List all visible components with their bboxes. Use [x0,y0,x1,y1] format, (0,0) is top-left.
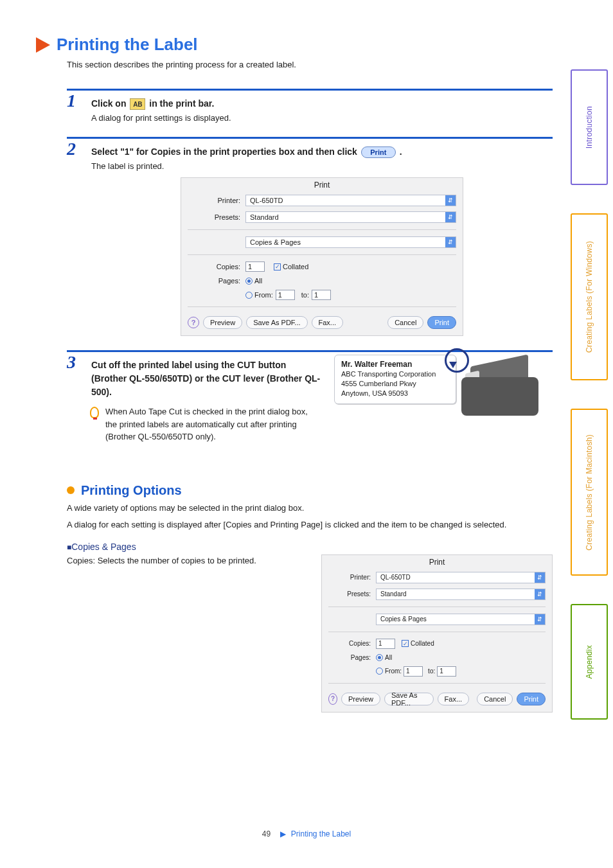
label-name: Mr. Walter Freeman [341,359,449,369]
help-button[interactable]: ? [188,317,199,328]
to-input[interactable]: 1 [437,666,456,677]
label-printer: Printer: [328,574,376,581]
step-title: Click on in the print bar. [91,97,553,111]
step-2: 2 Select "1" for Copies in the print pro… [67,137,553,350]
text: Select "1" for Copies in the print prope… [91,146,360,157]
label-copies: Copies: [188,263,245,270]
input-value: 1 [248,263,252,270]
pages-from-radio[interactable] [376,668,383,675]
print-dialog: Print Printer: QL-650TD ⇵ Presets: Stand… [181,177,463,336]
heading-triangle-icon [36,37,50,53]
print-button[interactable]: Print [517,693,546,705]
fax-button[interactable]: Fax... [438,693,470,705]
cancel-button[interactable]: Cancel [477,693,513,705]
input-value: 1 [278,291,282,299]
tab-appendix[interactable]: Appendix [571,604,608,720]
sample-output-illustration: Mr. Walter Freeman ABC Transporting Corp… [334,355,553,443]
printer-select[interactable]: QL-650TD ⇵ [376,572,546,583]
pages-all-radio[interactable] [245,278,253,285]
preview-button[interactable]: Preview [203,316,242,329]
text: Click on [91,98,129,109]
page-number: 49 [262,829,271,838]
copies-input[interactable]: 1 [245,261,265,272]
subsection-heading: ■Copies & Pages [67,542,553,552]
label-printer: Printer: [188,197,245,204]
print-bar-icon [130,98,145,110]
chevron-updown-icon: ⇵ [445,237,456,247]
label-presets: Presets: [188,213,245,221]
step-subtext: A dialog for print settings is displayed… [91,113,553,123]
subsection-text: Copies: Selects the number of copies to … [67,554,302,567]
input-value: 1 [378,640,382,647]
step-subtext: The label is printed. [91,161,553,171]
page-footer: 49 ▶ Printing the Label [0,829,613,838]
dialog-title: Print [322,555,552,569]
presets-select[interactable]: Standard ⇵ [376,589,546,600]
tab-label: Creating Labels (For Windows) [585,241,594,353]
triangle-icon: ▶ [280,829,286,838]
label-to: to: [428,668,435,675]
printer-icon [461,355,545,416]
tab-creating-labels-macintosh[interactable]: Creating Labels (For Macintosh) [571,409,608,576]
label-all: All [385,654,392,661]
tip-text: When Auto Tape Cut is checked in the pri… [105,405,321,443]
help-button[interactable]: ? [328,693,337,705]
print-button[interactable]: Print [427,316,456,329]
step-3: 3 Cut off the printed label using the CU… [67,350,553,457]
collated-checkbox[interactable]: ✓ [274,263,281,270]
label-collated: Collated [283,263,308,270]
label-line: 4555 Cumberland Pkwy [341,379,449,389]
section-select[interactable]: Copies & Pages ⇵ [245,236,456,248]
preview-button[interactable]: Preview [341,693,380,705]
chevron-updown-icon: ⇵ [535,572,545,583]
to-input[interactable]: 1 [312,290,331,300]
printing-options-section: Printing Options A wide variety of optio… [67,483,553,713]
tab-introduction[interactable]: Introduction [571,69,608,185]
step-number: 1 [67,91,76,111]
step-number: 2 [67,139,76,159]
label-line: Anytown, USA 95093 [341,389,449,398]
tab-creating-labels-windows[interactable]: Creating Labels (For Windows) [571,213,608,380]
select-value: QL-650TD [380,574,411,581]
cancel-button[interactable]: Cancel [387,316,423,329]
section-text: A dialog for each setting is displayed a… [67,518,553,531]
tab-label: Introduction [585,106,594,148]
label-collated: Collated [411,640,434,647]
pages-from-radio[interactable] [245,292,253,299]
print-button-pill: Print [361,146,396,158]
save-as-pdf-button[interactable]: Save As PDF... [384,693,434,705]
section-title: Printing Options [81,483,182,498]
input-value: 1 [440,668,443,675]
tab-label: Appendix [585,645,594,678]
page-title: Printing the Label [57,35,198,55]
label-from: From: [385,668,402,675]
from-input[interactable]: 1 [276,290,295,300]
label-all: All [254,277,262,285]
text: in the print bar. [149,98,214,109]
select-value: Standard [380,590,407,598]
save-as-pdf-button[interactable]: Save As PDF... [246,316,307,329]
label-from: From: [254,291,273,299]
text: . [400,146,402,157]
footer-crumb[interactable]: Printing the Label [291,829,351,838]
copies-input[interactable]: 1 [376,639,395,649]
select-value: Standard [250,213,279,221]
collated-checkbox[interactable]: ✓ [402,640,409,647]
printer-select[interactable]: QL-650TD ⇵ [245,195,456,206]
chevron-updown-icon: ⇵ [445,212,456,222]
chevron-updown-icon: ⇵ [445,195,456,206]
bullet-icon [67,486,75,494]
section-select[interactable]: Copies & Pages ⇵ [376,614,546,625]
side-nav: Introduction Creating Labels (For Window… [571,18,608,720]
dialog-title: Print [181,178,463,192]
chevron-updown-icon: ⇵ [535,614,545,624]
input-value: 1 [314,291,318,299]
label-pages: Pages: [328,654,376,661]
select-value: Copies & Pages [380,616,427,623]
presets-select[interactable]: Standard ⇵ [245,211,456,223]
from-input[interactable]: 1 [404,666,423,677]
tip-block: When Auto Tape Cut is checked in the pri… [90,405,321,443]
pages-all-radio[interactable] [376,654,383,661]
label-pages: Pages: [188,277,245,285]
fax-button[interactable]: Fax... [312,316,344,329]
